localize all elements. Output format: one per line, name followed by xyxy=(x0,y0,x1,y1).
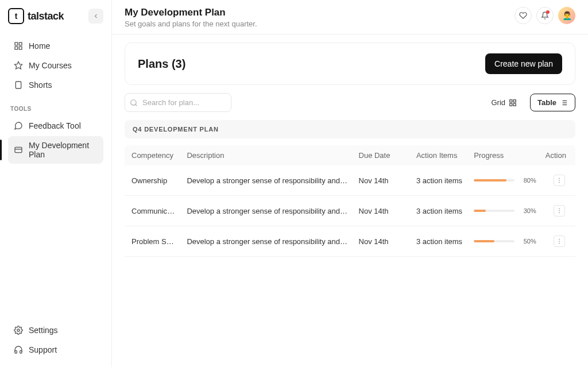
cell-items: 3 action items xyxy=(412,226,469,257)
avatar[interactable]: 👨‍🦱 xyxy=(558,7,575,24)
cell-action xyxy=(541,165,575,196)
list-icon xyxy=(560,99,568,107)
col-progress: Progress xyxy=(469,145,540,165)
view-label: Grid xyxy=(491,98,505,107)
svg-point-27 xyxy=(559,239,560,240)
page-subtitle: Set goals and plans for the next quarter… xyxy=(125,20,257,28)
view-label: Table xyxy=(537,98,556,107)
heart-icon xyxy=(519,11,527,20)
headphones-icon xyxy=(14,345,23,354)
dots-vertical-icon xyxy=(556,238,563,245)
row-menu-button[interactable] xyxy=(554,205,565,217)
svg-rect-1 xyxy=(19,43,22,45)
svg-rect-3 xyxy=(19,47,22,49)
sidebar-item-settings[interactable]: Settings xyxy=(8,321,103,339)
create-plan-button[interactable]: Create new plan xyxy=(485,53,562,74)
svg-rect-2 xyxy=(15,47,18,49)
cell-action xyxy=(541,226,575,257)
collapse-sidebar-button[interactable] xyxy=(88,9,103,24)
table-row[interactable]: CommunicationDevelop a stronger sense of… xyxy=(125,196,575,226)
sidebar: t talstack Home My Courses Shorts TOOLS xyxy=(0,0,112,367)
section-header: Q4 DEVELOPMENT PLAN xyxy=(125,120,575,138)
dots-vertical-icon xyxy=(556,177,563,184)
cell-due: Nov 14th xyxy=(354,226,412,257)
svg-rect-6 xyxy=(15,147,22,152)
sidebar-item-label: Feedback Tool xyxy=(29,121,81,130)
sidebar-item-feedback[interactable]: Feedback Tool xyxy=(8,117,103,135)
col-action: Action xyxy=(541,145,575,165)
home-icon xyxy=(14,41,23,51)
cell-due: Nov 14th xyxy=(354,165,412,196)
col-due-date: Due Date xyxy=(354,145,412,165)
sidebar-item-label: My Development Plan xyxy=(29,141,98,159)
logo[interactable]: t talstack xyxy=(8,8,64,24)
shorts-icon xyxy=(14,80,23,90)
cell-progress: 30% xyxy=(469,196,540,226)
row-menu-button[interactable] xyxy=(554,175,565,186)
search-input[interactable] xyxy=(125,93,231,112)
notifications-button[interactable] xyxy=(536,7,554,24)
sidebar-item-label: My Courses xyxy=(29,61,72,70)
cell-competency: Problem Solving xyxy=(125,226,182,257)
chat-icon xyxy=(14,121,23,130)
cell-competency: Communication xyxy=(125,196,182,226)
svg-point-25 xyxy=(559,210,560,211)
sidebar-item-label: Home xyxy=(29,41,50,51)
cell-items: 3 action items xyxy=(412,165,469,196)
page-title: My Development Plan xyxy=(125,7,257,18)
col-action-items: Action Items xyxy=(412,145,469,165)
svg-rect-13 xyxy=(510,103,512,106)
table-row[interactable]: Problem SolvingDevelop a stronger sense … xyxy=(125,226,575,257)
chevron-left-icon xyxy=(92,13,99,20)
plan-icon xyxy=(14,145,23,154)
svg-point-28 xyxy=(559,241,560,242)
svg-point-29 xyxy=(559,243,560,244)
cell-action xyxy=(541,196,575,226)
svg-marker-4 xyxy=(14,61,22,69)
svg-point-8 xyxy=(17,329,20,331)
sidebar-section-tools: TOOLS xyxy=(10,106,103,112)
plans-count-title: Plans (3) xyxy=(138,57,185,71)
plans-card: Plans (3) Create new plan xyxy=(125,43,575,85)
topbar: My Development Plan Set goals and plans … xyxy=(112,0,588,34)
cell-competency: Ownership xyxy=(125,165,182,196)
cell-progress: 80% xyxy=(469,165,540,196)
cell-description: Develop a stronger sense of responsibili… xyxy=(182,226,354,257)
svg-point-23 xyxy=(559,182,560,183)
svg-point-22 xyxy=(559,180,560,181)
sidebar-item-label: Shorts xyxy=(29,80,52,90)
sidebar-item-shorts[interactable]: Shorts xyxy=(8,76,103,94)
svg-line-10 xyxy=(136,104,137,106)
sidebar-item-home[interactable]: Home xyxy=(8,37,103,55)
search-icon xyxy=(130,99,138,107)
logo-mark-icon: t xyxy=(8,8,24,24)
cell-progress: 50% xyxy=(469,226,540,257)
sidebar-item-support[interactable]: Support xyxy=(8,341,103,359)
svg-rect-5 xyxy=(16,82,21,88)
svg-rect-11 xyxy=(510,99,512,102)
dots-vertical-icon xyxy=(556,207,563,214)
svg-point-26 xyxy=(559,213,560,214)
star-icon xyxy=(14,61,23,70)
row-menu-button[interactable] xyxy=(554,235,565,247)
svg-rect-12 xyxy=(513,99,516,102)
svg-rect-0 xyxy=(15,43,18,45)
table-row[interactable]: OwnershipDevelop a stronger sense of res… xyxy=(125,165,575,196)
sidebar-item-courses[interactable]: My Courses xyxy=(8,56,103,75)
cell-description: Develop a stronger sense of responsibili… xyxy=(182,196,354,226)
cell-items: 3 action items xyxy=(412,196,469,226)
plans-table: Competency Description Due Date Action I… xyxy=(125,145,575,257)
cell-due: Nov 14th xyxy=(354,196,412,226)
view-grid-button[interactable]: Grid xyxy=(483,94,524,111)
grid-icon xyxy=(509,99,517,107)
logo-text: talstack xyxy=(28,10,64,22)
sidebar-item-development-plan[interactable]: My Development Plan xyxy=(8,136,103,164)
gear-icon xyxy=(14,326,23,335)
svg-point-21 xyxy=(559,178,560,179)
view-table-button[interactable]: Table xyxy=(530,94,575,111)
cell-description: Develop a stronger sense of responsibili… xyxy=(182,165,354,196)
col-competency: Competency xyxy=(125,145,182,165)
col-description: Description xyxy=(182,145,354,165)
favorites-button[interactable] xyxy=(514,7,532,24)
svg-point-24 xyxy=(559,208,560,210)
